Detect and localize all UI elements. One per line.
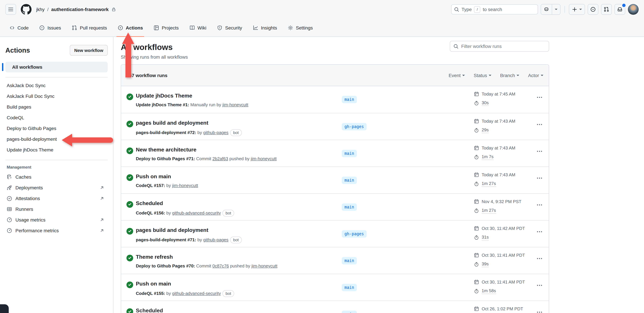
tab-security[interactable]: Security bbox=[213, 19, 246, 36]
run-title-link[interactable]: pages build and deployment bbox=[136, 227, 208, 233]
run-sub-link[interactable]: 0c87c76 bbox=[212, 263, 229, 269]
rocket-icon bbox=[7, 185, 12, 190]
kebab-menu-button[interactable] bbox=[537, 151, 542, 152]
copilot-button[interactable] bbox=[541, 4, 560, 15]
breadcrumb-repo[interactable]: authentication-framework bbox=[51, 7, 109, 12]
calendar-icon bbox=[474, 119, 479, 124]
cache-icon bbox=[7, 174, 12, 180]
run-title-link[interactable]: Scheduled bbox=[136, 200, 163, 206]
run-sub-link[interactable]: github-pages bbox=[203, 237, 228, 242]
hamburger-menu-button[interactable] bbox=[5, 4, 16, 15]
workflow-runs-card: 357 workflow runs Event Status Branch Ac… bbox=[121, 64, 549, 313]
tab-projects[interactable]: Projects bbox=[150, 19, 183, 36]
run-title-link[interactable]: Push on main bbox=[136, 281, 171, 287]
sidebar-workflow-item[interactable]: Deploy to Github Pages bbox=[0, 123, 113, 134]
branch-badge[interactable]: main bbox=[342, 203, 357, 211]
run-sub-link[interactable]: jim-honeycutt bbox=[251, 156, 277, 161]
sidebar-item-performance-metrics[interactable]: Performance metrics bbox=[0, 225, 113, 236]
tab-insights[interactable]: Insights bbox=[249, 19, 281, 36]
workflow-run-row: Scheduled CodeQL #156: by github-advance… bbox=[121, 193, 549, 220]
branch-badge[interactable]: main bbox=[342, 284, 357, 291]
branch-filter[interactable]: Branch bbox=[500, 72, 520, 78]
run-sub-link[interactable]: jim-honeycutt bbox=[172, 183, 198, 188]
status-filter[interactable]: Status bbox=[474, 72, 492, 78]
stopwatch-icon bbox=[474, 181, 479, 186]
workflow-run-row: pages build and deployment pages-build-d… bbox=[121, 220, 549, 247]
run-title-link[interactable]: Update jhDocs Theme bbox=[136, 93, 192, 99]
sidebar-item-usage-metrics[interactable]: Usage metrics bbox=[0, 215, 113, 225]
new-workflow-button[interactable]: New workflow bbox=[70, 45, 108, 56]
run-title-link[interactable]: New theme architecture bbox=[136, 147, 196, 153]
kebab-menu-button[interactable] bbox=[537, 285, 542, 286]
filter-workflow-runs-input[interactable] bbox=[450, 41, 549, 52]
sidebar-item-runners[interactable]: Runners bbox=[0, 204, 113, 215]
run-duration: 30s bbox=[482, 100, 489, 106]
create-new-button[interactable] bbox=[569, 4, 585, 15]
run-sub-link[interactable]: github-advanced-security bbox=[172, 291, 221, 296]
sidebar-workflow-item[interactable]: AskJack Full Doc Sync bbox=[0, 91, 113, 101]
run-sub-link[interactable]: github-advanced-security bbox=[172, 210, 221, 216]
management-section-label: Management bbox=[7, 165, 106, 170]
meter-icon bbox=[7, 228, 12, 233]
plus-icon bbox=[572, 7, 577, 12]
branch-badge[interactable]: gh-pages bbox=[342, 230, 366, 238]
branch-badge[interactable]: main bbox=[342, 150, 357, 157]
run-title-link[interactable]: Push on main bbox=[136, 174, 171, 180]
book-icon bbox=[190, 25, 195, 30]
issues-button[interactable] bbox=[588, 4, 598, 15]
annotation-arrow-left-update-jhdocs-theme bbox=[62, 134, 113, 146]
tab-code[interactable]: Code bbox=[5, 19, 33, 36]
tab-wiki[interactable]: Wiki bbox=[186, 19, 210, 36]
filter-input-field[interactable] bbox=[461, 43, 546, 49]
breadcrumb-owner[interactable]: jkhy bbox=[36, 7, 44, 12]
event-filter[interactable]: Event bbox=[448, 72, 465, 78]
tab-pull-requests[interactable]: Pull requests bbox=[68, 19, 111, 36]
run-sub-link[interactable]: jim-honeycutt bbox=[222, 102, 248, 107]
chevron-down-icon bbox=[541, 74, 544, 76]
run-date: Oct 30, 11:42 AM PDT bbox=[482, 226, 525, 231]
hamburger-icon bbox=[8, 7, 14, 12]
kebab-menu-button[interactable] bbox=[537, 312, 542, 313]
run-sub-link[interactable]: jim-honeycutt bbox=[252, 263, 278, 269]
sidebar-workflow-item[interactable]: CodeQL bbox=[0, 112, 113, 123]
success-check-icon bbox=[126, 228, 133, 235]
stopwatch-icon bbox=[474, 154, 479, 160]
inbox-button[interactable] bbox=[614, 4, 625, 15]
tab-issues[interactable]: Issues bbox=[36, 19, 65, 36]
kebab-menu-button[interactable] bbox=[537, 204, 542, 205]
kebab-menu-button[interactable] bbox=[537, 97, 542, 98]
kebab-menu-button[interactable] bbox=[537, 178, 542, 179]
branch-badge[interactable]: gh-pages bbox=[342, 123, 366, 130]
calendar-icon bbox=[474, 226, 479, 231]
github-logo[interactable] bbox=[21, 4, 32, 15]
selected-indicator bbox=[2, 63, 3, 71]
run-subtitle: CodeQL #156: by github-advanced-security… bbox=[136, 210, 234, 217]
global-search-input[interactable]: Type / to search bbox=[451, 4, 538, 14]
sidebar-item-all-workflows[interactable]: All workflows bbox=[5, 62, 108, 72]
run-title-link[interactable]: Scheduled bbox=[136, 308, 163, 313]
sidebar-item-deployments[interactable]: Deployments bbox=[0, 182, 113, 193]
run-duration: 31s bbox=[482, 235, 489, 240]
sidebar-workflow-item[interactable]: AskJack Doc Sync bbox=[0, 80, 113, 91]
kebab-menu-button[interactable] bbox=[537, 124, 542, 125]
sidebar-item-attestations[interactable]: Attestations bbox=[0, 193, 113, 204]
branch-badge[interactable]: main bbox=[342, 311, 357, 313]
user-avatar[interactable] bbox=[628, 4, 639, 15]
branch-badge[interactable]: main bbox=[342, 177, 357, 184]
branch-badge[interactable]: main bbox=[342, 96, 357, 103]
actor-filter[interactable]: Actor bbox=[528, 72, 544, 78]
tab-settings[interactable]: Settings bbox=[284, 19, 317, 36]
sidebar-item-caches[interactable]: Caches bbox=[0, 172, 113, 182]
run-sub-link[interactable]: 2b2af63 bbox=[212, 156, 228, 161]
pull-requests-button[interactable] bbox=[601, 4, 612, 15]
kebab-menu-button[interactable] bbox=[537, 258, 542, 259]
sidebar-workflow-item[interactable]: Build pages bbox=[0, 101, 113, 112]
kebab-menu-button[interactable] bbox=[537, 231, 542, 232]
search-icon bbox=[454, 7, 459, 12]
server-icon bbox=[7, 206, 12, 212]
pull-request-icon bbox=[604, 7, 609, 12]
branch-badge[interactable]: main bbox=[342, 257, 357, 264]
run-title-link[interactable]: Theme refresh bbox=[136, 254, 173, 260]
run-title-link[interactable]: pages build and deployment bbox=[136, 120, 208, 126]
run-sub-link[interactable]: github-pages bbox=[203, 130, 228, 135]
